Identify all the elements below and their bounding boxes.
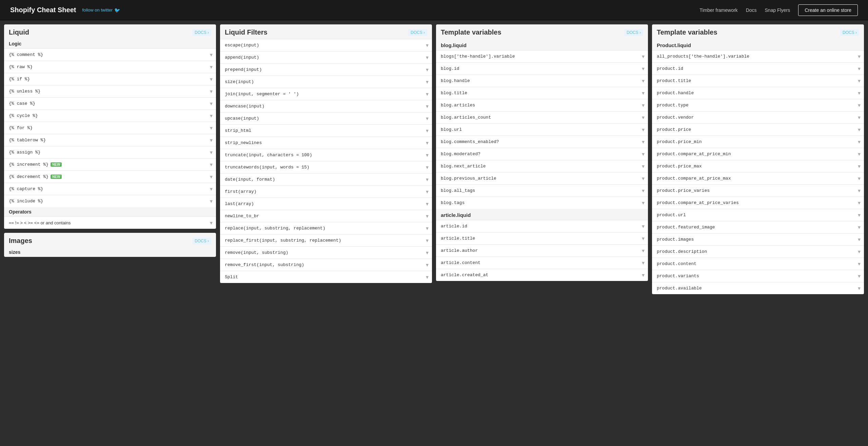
list-item[interactable]: strip_newlines▾: [220, 137, 432, 149]
list-item[interactable]: blog.all_tags▾: [436, 184, 648, 197]
docs-link[interactable]: DOCS ›: [192, 29, 211, 36]
list-item[interactable]: {% tablerow %}▾: [4, 134, 216, 146]
card-header: Liquid Filters DOCS ›: [220, 24, 432, 39]
twitter-link[interactable]: follow on twitter 🐦: [82, 7, 120, 13]
create-store-button[interactable]: Create an online store: [798, 4, 858, 16]
list-item[interactable]: {% assign %}▾: [4, 146, 216, 158]
chevron-icon: ▾: [642, 223, 645, 229]
list-item[interactable]: downcase(input)▾: [220, 100, 432, 112]
list-item[interactable]: product.compare_at_price_varies▾: [652, 197, 864, 209]
item-label-wrap: {% cycle %}: [9, 113, 38, 118]
list-item[interactable]: {% include %}▾: [4, 195, 216, 207]
list-item[interactable]: product.variants▾: [652, 270, 864, 282]
docs-link[interactable]: DOCS ›: [840, 29, 859, 36]
item-label: append(input): [225, 55, 259, 60]
item-label: size(input): [225, 79, 254, 84]
list-item[interactable]: blog.title▾: [436, 87, 648, 99]
list-item[interactable]: blog.id▾: [436, 62, 648, 75]
item-label-wrap: blog.title: [441, 90, 467, 96]
list-item[interactable]: product.price_varies▾: [652, 184, 864, 197]
list-item[interactable]: {% comment %}▾: [4, 48, 216, 61]
nav-snap[interactable]: Snap Flyers: [765, 7, 790, 13]
list-item[interactable]: product.compare_at_price_max▾: [652, 172, 864, 184]
item-label: blog.articles_count: [441, 115, 491, 120]
docs-link[interactable]: DOCS ›: [624, 29, 643, 36]
list-item[interactable]: blog.tags▾: [436, 197, 648, 209]
list-item[interactable]: product.price_max▾: [652, 160, 864, 172]
list-item[interactable]: blog.comments_enabled?▾: [436, 136, 648, 148]
list-item[interactable]: article.created_at▾: [436, 269, 648, 281]
list-item[interactable]: replace_first(input, substring, replacem…: [220, 234, 432, 246]
item-label-wrap: blog.next_article: [441, 164, 486, 169]
section-title: Logic: [4, 39, 216, 48]
list-item[interactable]: product.images▾: [652, 233, 864, 245]
list-item[interactable]: replace(input, substring, replacement)▾: [220, 222, 432, 234]
list-item[interactable]: first(array)▾: [220, 185, 432, 198]
list-item[interactable]: {% for %}▾: [4, 122, 216, 134]
list-item[interactable]: append(input)▾: [220, 51, 432, 63]
item-label: blog.title: [441, 90, 467, 96]
list-item[interactable]: blog.handle▾: [436, 75, 648, 87]
list-item[interactable]: {% if %}▾: [4, 73, 216, 85]
list-item[interactable]: article.author▾: [436, 244, 648, 257]
list-item[interactable]: {% decrement %}NEW▾: [4, 170, 216, 183]
list-item[interactable]: article.title▾: [436, 232, 648, 244]
list-item[interactable]: newline_to_br▾: [220, 210, 432, 222]
list-item[interactable]: last(array)▾: [220, 198, 432, 210]
list-item[interactable]: == != > < >= <= or and contains▾: [4, 217, 216, 229]
list-item[interactable]: truncatewords(input, words = 15)▾: [220, 161, 432, 173]
list-item[interactable]: upcase(input)▾: [220, 112, 432, 124]
list-item[interactable]: blogs['the-handle'].variable▾: [436, 50, 648, 62]
list-item[interactable]: product.price_min▾: [652, 136, 864, 148]
list-item[interactable]: remove_first(input, substring)▾: [220, 259, 432, 271]
list-item[interactable]: product.content▾: [652, 258, 864, 270]
list-item[interactable]: strip_html▾: [220, 124, 432, 137]
list-item[interactable]: prepend(input)▾: [220, 63, 432, 76]
list-item[interactable]: blog.articles▾: [436, 99, 648, 111]
list-item[interactable]: date(input, format)▾: [220, 173, 432, 185]
list-item[interactable]: article.id▾: [436, 220, 648, 232]
list-item[interactable]: product.url▾: [652, 209, 864, 221]
list-item[interactable]: truncate(input, characters = 100)▾: [220, 149, 432, 161]
list-item[interactable]: {% increment %}NEW▾: [4, 158, 216, 170]
list-item[interactable]: {% case %}▾: [4, 97, 216, 109]
list-item[interactable]: size(input)▾: [220, 76, 432, 88]
list-item[interactable]: join(input, segmenter = ' ')▾: [220, 88, 432, 100]
list-item[interactable]: {% capture %}▾: [4, 183, 216, 195]
item-label: product.compare_at_price_max: [657, 176, 731, 181]
list-item[interactable]: product.handle▾: [652, 87, 864, 99]
list-item[interactable]: remove(input, substring)▾: [220, 246, 432, 259]
chevron-icon: ▾: [642, 235, 645, 242]
list-item[interactable]: {% cycle %}▾: [4, 109, 216, 122]
list-item[interactable]: all_products['the-handle'].variable▾: [652, 50, 864, 62]
list-item[interactable]: Split▾: [220, 271, 432, 283]
list-item[interactable]: escape(input)▾: [220, 39, 432, 51]
list-item[interactable]: product.type▾: [652, 99, 864, 111]
list-item[interactable]: product.featured_image▾: [652, 221, 864, 233]
item-label: strip_html: [225, 128, 251, 133]
list-item[interactable]: product.compare_at_price_min▾: [652, 148, 864, 160]
list-item[interactable]: product.vendor▾: [652, 111, 864, 123]
list-item[interactable]: blog.previous_article▾: [436, 172, 648, 184]
list-item[interactable]: blog.articles_count▾: [436, 111, 648, 123]
chevron-icon: ▾: [858, 200, 861, 206]
list-item[interactable]: product.description▾: [652, 245, 864, 258]
item-label: article.author: [441, 248, 478, 253]
card-title: Template variables: [657, 28, 717, 36]
list-item[interactable]: blog.url▾: [436, 123, 648, 136]
docs-link[interactable]: DOCS ›: [192, 238, 211, 244]
list-item[interactable]: {% unless %}▾: [4, 85, 216, 97]
list-item[interactable]: product.price▾: [652, 123, 864, 136]
list-item[interactable]: product.id▾: [652, 62, 864, 75]
item-label-wrap: product.description: [657, 249, 707, 254]
list-item[interactable]: article.content▾: [436, 257, 648, 269]
list-item[interactable]: blog.moderated?▾: [436, 148, 648, 160]
list-item[interactable]: product.title▾: [652, 75, 864, 87]
list-item[interactable]: blog.next_article▾: [436, 160, 648, 172]
list-item[interactable]: product.available▾: [652, 282, 864, 294]
nav-docs[interactable]: Docs: [746, 7, 757, 13]
list-item[interactable]: {% raw %}▾: [4, 61, 216, 73]
docs-link[interactable]: DOCS ›: [408, 29, 427, 36]
item-label-wrap: {% tablerow %}: [9, 138, 46, 143]
nav-timber[interactable]: Timber framework: [699, 7, 737, 13]
